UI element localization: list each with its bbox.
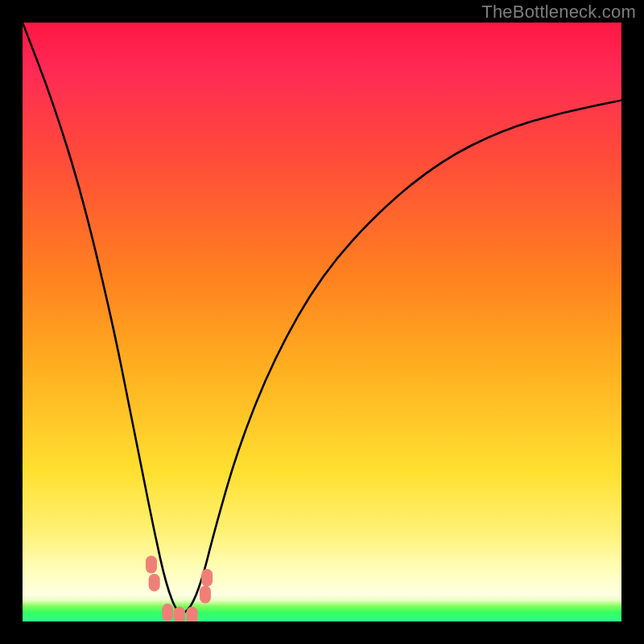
bottleneck-curve bbox=[23, 23, 621, 613]
marker-6 bbox=[201, 569, 213, 587]
watermark-text: TheBottleneck.com bbox=[481, 2, 636, 23]
marker-5 bbox=[200, 586, 211, 604]
marker-group bbox=[146, 555, 213, 621]
marker-2 bbox=[162, 604, 173, 621]
curve-svg bbox=[23, 23, 621, 621]
plot-area bbox=[23, 23, 621, 621]
outer-frame: TheBottleneck.com bbox=[0, 0, 644, 644]
marker-1 bbox=[149, 574, 160, 592]
marker-4 bbox=[187, 607, 198, 621]
marker-0 bbox=[146, 555, 157, 573]
curve-path bbox=[23, 23, 621, 613]
marker-3 bbox=[174, 607, 185, 621]
